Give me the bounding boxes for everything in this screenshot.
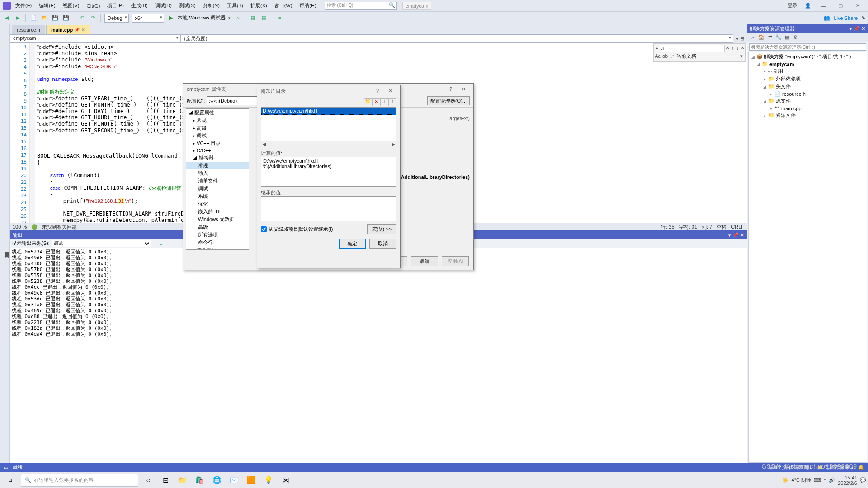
split-icon[interactable]: ▾ ⊞ [733, 34, 747, 43]
cfg-mgr-button[interactable]: 配置管理器(O)... [427, 96, 470, 105]
taskview-icon[interactable]: ⊟ [158, 474, 173, 487]
liveshare-icon[interactable]: 👥 [824, 15, 830, 21]
dir-down-icon[interactable]: ↓ [380, 98, 388, 106]
left-toolbox-tab[interactable]: 服务器资源管理器 工具箱 [0, 24, 10, 472]
menu-file[interactable]: 文件(F) [13, 1, 34, 10]
start-nodebug-icon[interactable]: ▷ [233, 14, 241, 22]
menu-project[interactable]: 项目(P) [104, 1, 127, 10]
office-icon[interactable]: 🟧 [244, 474, 259, 487]
sol-node-ext[interactable]: 外部依赖项 [776, 75, 801, 82]
feedback-icon[interactable]: ✎ [861, 15, 865, 21]
menu-test[interactable]: 测试(S) [176, 1, 198, 10]
taskbar-search[interactable]: 🔍 在这里输入你要搜索的内容 [21, 474, 138, 487]
prop-tree[interactable]: ◢ 配置属性▸ 常规▸ 高级▸ 调试▸ VC++ 目录▸ C/C++◢ 链接器常… [186, 108, 249, 250]
new-icon[interactable]: 📄 [29, 14, 38, 22]
find-next-icon[interactable]: ↓ [736, 45, 740, 52]
dir-help-icon[interactable]: ? [371, 88, 384, 94]
tb-misc-3[interactable]: ≡ [276, 14, 284, 22]
find-input[interactable] [660, 45, 725, 52]
explorer-icon[interactable]: 📁 [175, 474, 190, 487]
menu-analyze[interactable]: 分析(N) [200, 1, 222, 10]
dir-up-icon[interactable]: ↑ [388, 98, 396, 106]
find-scope[interactable]: 当前文档 [676, 53, 737, 60]
redo-icon[interactable]: ↷ [89, 14, 97, 22]
dir-cancel-button[interactable]: 取消 [369, 239, 396, 249]
sol-project[interactable]: emptycam [769, 61, 794, 67]
sol-node-hdr[interactable]: 头文件 [776, 83, 791, 90]
dir-delete-icon[interactable]: ✕ [372, 98, 380, 106]
quick-search-input[interactable]: 搜索 (Ctrl+Q) [325, 2, 397, 10]
maximize-button[interactable]: ▢ [833, 3, 848, 9]
sol-pin-icon[interactable]: ▾ 📌 ✕ [849, 26, 865, 32]
output-src-dropdown[interactable]: 调试 [52, 240, 151, 247]
prop-cancel-button[interactable]: 取消 [411, 256, 438, 266]
sol-node-res[interactable]: 资源文件 [776, 112, 796, 119]
menu-tools[interactable]: 工具(T) [224, 1, 246, 10]
status-scm[interactable]: 添加到源代码管理 [769, 465, 808, 470]
notifications-icon[interactable]: 🔔 [858, 465, 864, 470]
menu-git[interactable]: Git(G) [84, 2, 103, 10]
find-close-icon[interactable]: ✕ [726, 45, 730, 52]
menu-view[interactable]: 视图(V) [60, 1, 82, 10]
tips-icon[interactable]: 💡 [261, 474, 276, 487]
liveshare-label[interactable]: Live Share [834, 15, 858, 21]
dir-ok-button[interactable]: 确定 [339, 239, 366, 249]
prop-help-icon[interactable]: ? [444, 86, 457, 92]
save-icon[interactable]: 💾 [51, 14, 59, 22]
menu-build[interactable]: 生成(B) [128, 1, 151, 10]
breadcrumb-right[interactable]: (全局范围) [181, 34, 733, 43]
close-button[interactable]: ✕ [850, 3, 865, 9]
sol-file-resource-h[interactable]: resource.h [782, 91, 806, 97]
nav-back-icon[interactable]: ◀ [3, 14, 11, 22]
platform-dropdown[interactable]: x64 [132, 14, 164, 23]
dir-new-icon[interactable]: 📁 [364, 98, 372, 106]
config-dropdown[interactable]: Debug [104, 14, 129, 23]
panel-pin-icon[interactable]: ▾ 📌 ✕ [728, 232, 744, 238]
inherit-checkbox[interactable] [261, 226, 267, 232]
prop-apply-button[interactable]: 应用(A) [442, 256, 469, 266]
menu-debug[interactable]: 调试(D) [152, 1, 175, 10]
store-icon[interactable]: 🛍️ [193, 474, 207, 487]
dir-entry-selected[interactable]: D:\ws\vc\emptycam\hkdll [261, 108, 396, 115]
menu-window[interactable]: 窗口(W) [272, 1, 295, 10]
sol-search-input[interactable] [749, 43, 866, 51]
sol-sync-icon[interactable]: 🏠 [758, 34, 765, 40]
tb-misc-2[interactable]: ▦ [260, 14, 268, 22]
account-icon[interactable]: 👤 [802, 1, 814, 10]
open-icon[interactable]: 📂 [40, 14, 48, 22]
nav-fwd-icon[interactable]: ▶ [14, 14, 22, 22]
sol-node-refs[interactable]: 引用 [773, 68, 783, 75]
macro-button[interactable]: 宏(M) >> [367, 224, 396, 234]
start-debug-label[interactable]: 本地 Windows 调试器 [178, 14, 226, 21]
start-button[interactable]: ⊞ [2, 474, 18, 487]
edge-icon[interactable]: 🌐 [210, 474, 224, 487]
sol-node-src[interactable]: 源文件 [776, 98, 791, 104]
find-x-icon[interactable]: ✕ [741, 45, 745, 52]
undo-icon[interactable]: ↶ [78, 14, 86, 22]
find-expand-icon[interactable]: ▸ [655, 45, 659, 52]
status-repo[interactable]: 选择存储库 [825, 465, 849, 470]
mail-icon[interactable]: ✉️ [227, 474, 241, 487]
system-tray[interactable]: ☀️4°C 阴转 ⌨^🔊 15:412022/2/6 💬 [782, 475, 866, 486]
saveall-icon[interactable]: 💾 [62, 14, 70, 22]
zoom-label[interactable]: 100 % [13, 224, 27, 230]
dir-list[interactable]: D:\ws\vc\emptycam\hkdll [261, 107, 396, 141]
find-prev-icon[interactable]: ↑ [731, 45, 735, 52]
tb-misc-1[interactable]: ▦ [249, 14, 257, 22]
menu-edit[interactable]: 编辑(E) [36, 1, 58, 10]
menu-ext[interactable]: 扩展(X) [248, 1, 270, 10]
close-tab-icon[interactable]: ✕ [81, 28, 85, 32]
minimize-button[interactable]: — [816, 3, 831, 9]
menu-help[interactable]: 帮助(H) [297, 1, 319, 10]
sol-home-icon[interactable]: ⌂ [749, 35, 756, 40]
breadcrumb-left[interactable]: emptycam [10, 34, 181, 43]
cortana-icon[interactable]: ○ [141, 474, 156, 487]
vs-icon[interactable]: ⋈ [278, 474, 293, 487]
prop-close-icon[interactable]: ✕ [457, 86, 470, 92]
dir-close-icon[interactable]: ✕ [384, 88, 396, 94]
login-link[interactable]: 登录 [785, 1, 800, 10]
output-clear-icon[interactable]: ≡ [157, 239, 165, 248]
solution-tree[interactable]: ◢📦 解决方案 "emptycam"(1 个项目/共 1 个) ◢📁 empty… [748, 52, 867, 463]
sol-file-main-cpp[interactable]: main.cpp [781, 106, 802, 111]
tab-main-cpp[interactable]: main.cpp📌✕ [46, 25, 90, 34]
